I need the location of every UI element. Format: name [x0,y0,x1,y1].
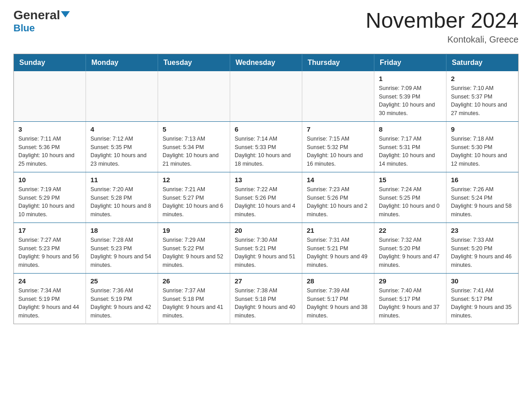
day-info: Sunrise: 7:36 AMSunset: 5:19 PMDaylight:… [90,287,153,320]
day-info: Sunrise: 7:24 AMSunset: 5:25 PMDaylight:… [379,185,442,219]
table-row [302,71,374,122]
day-number: 11 [90,176,153,184]
col-saturday: Saturday [446,54,519,71]
table-row [158,71,230,122]
table-row: 5Sunrise: 7:13 AMSunset: 5:34 PMDaylight… [158,121,230,172]
day-number: 5 [163,125,225,133]
day-info: Sunrise: 7:19 AMSunset: 5:29 PMDaylight:… [18,185,81,219]
day-number: 19 [163,227,225,234]
day-info: Sunrise: 7:15 AMSunset: 5:32 PMDaylight:… [307,135,369,168]
table-row: 14Sunrise: 7:23 AMSunset: 5:26 PMDayligh… [302,172,374,223]
day-number: 22 [379,227,442,234]
calendar-week-row: 1Sunrise: 7:09 AMSunset: 5:39 PMDaylight… [14,71,519,122]
table-row: 8Sunrise: 7:17 AMSunset: 5:31 PMDaylight… [374,121,446,172]
day-info: Sunrise: 7:12 AMSunset: 5:35 PMDaylight:… [90,135,153,168]
day-number: 9 [451,125,514,133]
day-info: Sunrise: 7:20 AMSunset: 5:28 PMDaylight:… [90,185,153,219]
day-number: 30 [451,277,514,285]
day-number: 23 [451,227,514,234]
day-info: Sunrise: 7:29 AMSunset: 5:22 PMDaylight:… [163,236,225,270]
table-row: 3Sunrise: 7:11 AMSunset: 5:36 PMDaylight… [14,121,86,172]
day-number: 13 [235,176,297,184]
logo: General Blue [13,9,70,34]
table-row: 19Sunrise: 7:29 AMSunset: 5:22 PMDayligh… [158,223,230,273]
day-info: Sunrise: 7:18 AMSunset: 5:30 PMDaylight:… [451,135,514,168]
table-row: 22Sunrise: 7:32 AMSunset: 5:20 PMDayligh… [374,223,446,273]
day-info: Sunrise: 7:13 AMSunset: 5:34 PMDaylight:… [163,135,225,168]
table-row: 10Sunrise: 7:19 AMSunset: 5:29 PMDayligh… [14,172,86,223]
table-row: 23Sunrise: 7:33 AMSunset: 5:20 PMDayligh… [446,223,519,273]
day-info: Sunrise: 7:38 AMSunset: 5:18 PMDaylight:… [235,287,297,320]
day-number: 24 [18,277,81,285]
day-number: 12 [163,176,225,184]
day-number: 15 [379,176,442,184]
table-row: 7Sunrise: 7:15 AMSunset: 5:32 PMDaylight… [302,121,374,172]
table-row: 2Sunrise: 7:10 AMSunset: 5:37 PMDaylight… [446,71,519,122]
table-row: 28Sunrise: 7:39 AMSunset: 5:17 PMDayligh… [302,273,374,324]
logo-general: General [13,9,70,21]
calendar-table: Sunday Monday Tuesday Wednesday Thursday… [13,54,519,324]
day-info: Sunrise: 7:09 AMSunset: 5:39 PMDaylight:… [379,84,442,118]
day-number: 20 [235,227,297,234]
table-row [86,71,158,122]
table-row: 30Sunrise: 7:41 AMSunset: 5:17 PMDayligh… [446,273,519,324]
table-row: 25Sunrise: 7:36 AMSunset: 5:19 PMDayligh… [86,273,158,324]
day-number: 10 [18,176,81,184]
col-thursday: Thursday [302,54,374,71]
day-info: Sunrise: 7:23 AMSunset: 5:26 PMDaylight:… [307,185,369,219]
day-info: Sunrise: 7:40 AMSunset: 5:17 PMDaylight:… [379,287,442,320]
day-number: 4 [90,125,153,133]
day-number: 21 [307,227,369,234]
table-row: 1Sunrise: 7:09 AMSunset: 5:39 PMDaylight… [374,71,446,122]
day-number: 8 [379,125,442,133]
table-row: 6Sunrise: 7:14 AMSunset: 5:33 PMDaylight… [230,121,302,172]
day-number: 29 [379,277,442,285]
day-info: Sunrise: 7:11 AMSunset: 5:36 PMDaylight:… [18,135,81,168]
title-section: November 2024 Kontokali, Greece [365,9,519,45]
day-number: 18 [90,227,153,234]
location: Kontokali, Greece [365,34,519,45]
table-row: 12Sunrise: 7:21 AMSunset: 5:27 PMDayligh… [158,172,230,223]
col-tuesday: Tuesday [158,54,230,71]
table-row: 24Sunrise: 7:34 AMSunset: 5:19 PMDayligh… [14,273,86,324]
table-row: 21Sunrise: 7:31 AMSunset: 5:21 PMDayligh… [302,223,374,273]
calendar-week-row: 24Sunrise: 7:34 AMSunset: 5:19 PMDayligh… [14,273,519,324]
day-number: 16 [451,176,514,184]
col-sunday: Sunday [14,54,86,71]
day-info: Sunrise: 7:14 AMSunset: 5:33 PMDaylight:… [235,135,297,168]
table-row: 26Sunrise: 7:37 AMSunset: 5:18 PMDayligh… [158,273,230,324]
day-info: Sunrise: 7:30 AMSunset: 5:21 PMDaylight:… [235,236,297,270]
day-number: 7 [307,125,369,133]
table-row: 13Sunrise: 7:22 AMSunset: 5:26 PMDayligh… [230,172,302,223]
calendar-week-row: 3Sunrise: 7:11 AMSunset: 5:36 PMDaylight… [14,121,519,172]
day-number: 26 [163,277,225,285]
logo-triangle-icon [61,11,70,17]
calendar-week-row: 17Sunrise: 7:27 AMSunset: 5:23 PMDayligh… [14,223,519,273]
day-number: 3 [18,125,81,133]
day-number: 25 [90,277,153,285]
month-title: November 2024 [365,9,519,33]
table-row: 20Sunrise: 7:30 AMSunset: 5:21 PMDayligh… [230,223,302,273]
col-monday: Monday [86,54,158,71]
table-row: 27Sunrise: 7:38 AMSunset: 5:18 PMDayligh… [230,273,302,324]
table-row: 18Sunrise: 7:28 AMSunset: 5:23 PMDayligh… [86,223,158,273]
table-row: 17Sunrise: 7:27 AMSunset: 5:23 PMDayligh… [14,223,86,273]
day-info: Sunrise: 7:21 AMSunset: 5:27 PMDaylight:… [163,185,225,219]
table-row: 16Sunrise: 7:26 AMSunset: 5:24 PMDayligh… [446,172,519,223]
day-info: Sunrise: 7:31 AMSunset: 5:21 PMDaylight:… [307,236,369,270]
day-info: Sunrise: 7:39 AMSunset: 5:17 PMDaylight:… [307,287,369,320]
day-number: 28 [307,277,369,285]
day-info: Sunrise: 7:10 AMSunset: 5:37 PMDaylight:… [451,84,514,118]
day-number: 17 [18,227,81,234]
day-number: 6 [235,125,297,133]
day-info: Sunrise: 7:22 AMSunset: 5:26 PMDaylight:… [235,185,297,219]
day-info: Sunrise: 7:17 AMSunset: 5:31 PMDaylight:… [379,135,442,168]
day-number: 1 [379,75,442,82]
calendar-week-row: 10Sunrise: 7:19 AMSunset: 5:29 PMDayligh… [14,172,519,223]
day-info: Sunrise: 7:33 AMSunset: 5:20 PMDaylight:… [451,236,514,270]
page-header: General Blue November 2024 Kontokali, Gr… [13,9,519,45]
table-row: 29Sunrise: 7:40 AMSunset: 5:17 PMDayligh… [374,273,446,324]
table-row [230,71,302,122]
table-row: 4Sunrise: 7:12 AMSunset: 5:35 PMDaylight… [86,121,158,172]
table-row: 15Sunrise: 7:24 AMSunset: 5:25 PMDayligh… [374,172,446,223]
